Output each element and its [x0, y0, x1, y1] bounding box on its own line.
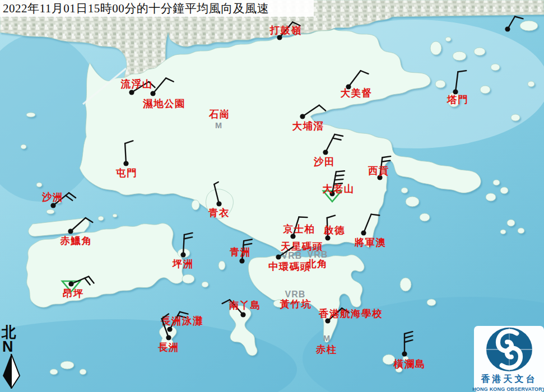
north-compass: 北 N: [2, 326, 24, 391]
station-label: 長洲泳灘: [160, 315, 203, 326]
station-dot: [129, 90, 134, 95]
station-dot: [361, 230, 366, 235]
station-dot: [505, 26, 510, 31]
station-dot: [240, 312, 245, 317]
hko-logo-icon: [480, 326, 538, 373]
station-label: 黃竹坑: [280, 298, 312, 310]
hko-logo-english-name: HONG KONG OBSERVATORY: [472, 386, 544, 392]
station-label: 香港航海學校: [318, 308, 383, 319]
station-label: 沙洲: [41, 192, 63, 203]
station-label: 沙田: [313, 156, 335, 167]
station-dot: [180, 252, 185, 257]
north-arrow-icon: [2, 354, 21, 389]
station-dot: [300, 114, 305, 119]
station-label: 西貢: [368, 165, 389, 176]
station-label: 北角: [306, 258, 328, 269]
station-dot: [68, 281, 73, 286]
station-label: 將軍澳: [354, 237, 387, 248]
station-dot: [239, 258, 244, 263]
station-label: 打鼓嶺: [269, 25, 302, 36]
hk-wind-map: 打鼓嶺流浮山濕地公園石崗M大美督塔門大埔滘沙田屯門西貢沙洲大老山青衣赤鱲角京士柏…: [0, 0, 544, 392]
wind-barb-full: [299, 217, 308, 218]
variable-wind-label: VRB: [308, 250, 328, 259]
station-dot: [216, 201, 221, 206]
station-dot: [276, 254, 281, 259]
wind-barb-full: [336, 175, 344, 176]
missing-data-label: M: [323, 334, 330, 343]
station-label: 石崗: [208, 109, 230, 120]
station-label: 大老山: [323, 183, 355, 194]
station-dot: [150, 91, 155, 96]
wind-barb-full: [334, 179, 343, 180]
hko-logo-chinese-name: 香港天文台: [481, 374, 537, 385]
station-dot: [402, 351, 407, 356]
station-label: 坪洲: [172, 258, 194, 269]
station-dot: [325, 235, 330, 240]
station-label: 赤鱲角: [60, 235, 92, 246]
station-dot: [123, 161, 128, 166]
station-label: 南丫島: [229, 300, 261, 311]
north-letter-label: N: [2, 340, 24, 353]
station-label: 長洲: [157, 342, 179, 353]
station-label: 大美督: [341, 87, 373, 99]
station-label: 京士柏: [283, 223, 315, 235]
station-label: 大埔滘: [292, 120, 324, 132]
hko-logo: 香港天文台 HONG KONG OBSERVATORY: [474, 326, 544, 392]
station-label: 啟德: [323, 225, 345, 236]
wind-barb-full: [336, 171, 345, 171]
station-label: 赤柱: [315, 344, 337, 355]
station-dot: [68, 228, 73, 234]
station-dot: [167, 326, 172, 332]
station-label: 青洲: [229, 246, 251, 258]
station-label: 中環碼頭: [268, 261, 311, 272]
station-label: 屯門: [115, 167, 137, 179]
station-label: 橫瀾島: [393, 358, 426, 370]
station-label: 青衣: [208, 207, 230, 218]
station-label: 流浮山: [120, 78, 153, 90]
station-dot: [50, 203, 55, 208]
north-chinese-label: 北: [2, 326, 24, 340]
map-title: 2022年11月01日15時00分的十分鐘平均風向及風速: [0, 0, 314, 17]
hk-wind-map-page: 打鼓嶺流浮山濕地公園石崗M大美督塔門大埔滘沙田屯門西貢沙洲大老山青衣赤鱲角京士柏…: [0, 0, 544, 392]
station-label: 昂坪: [63, 288, 84, 299]
station-label: 塔門: [447, 94, 468, 105]
variable-wind-label: VRB: [285, 290, 306, 299]
station-dot: [323, 150, 328, 155]
station-label: 濕地公園: [142, 98, 185, 109]
station-dot: [166, 335, 171, 340]
missing-data-label: M: [215, 121, 222, 130]
station-north-point: 北角VRB: [306, 250, 328, 269]
